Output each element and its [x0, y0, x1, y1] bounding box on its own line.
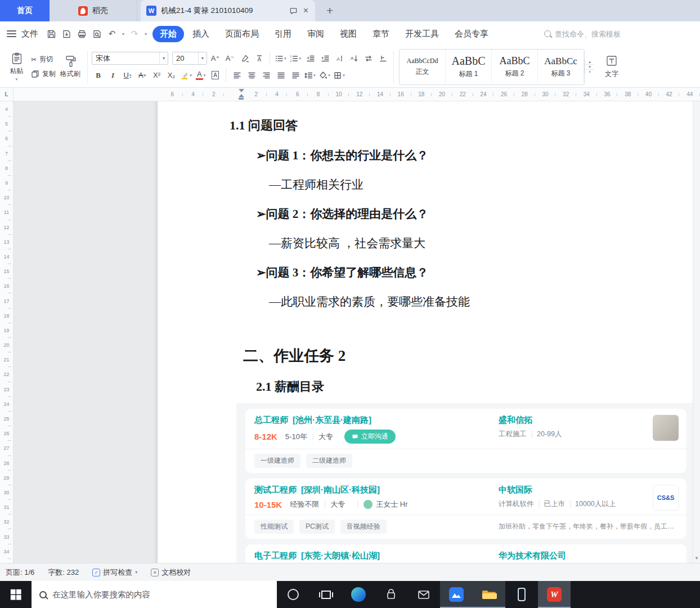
- style-preset[interactable]: AaBbC标题 2: [492, 50, 538, 84]
- justify-button[interactable]: [274, 69, 287, 82]
- sort-button[interactable]: A: [347, 52, 360, 65]
- font-name-select[interactable]: 宋体 ▾: [92, 52, 168, 65]
- decrease-font-button[interactable]: A⁻: [223, 52, 236, 65]
- menu-item[interactable]: 会员专享: [447, 26, 496, 42]
- bullet-list-button[interactable]: ▾: [274, 52, 287, 65]
- font-paragraph-groups: 宋体 ▾ 20 ▾ A⁺ A⁻ A ▾ 12▾ A A: [92, 52, 389, 82]
- char-border-button[interactable]: A: [209, 69, 222, 82]
- taskbar-search[interactable]: [32, 581, 277, 608]
- style-gallery-more-icon[interactable]: ≡: [585, 70, 594, 74]
- increase-font-button[interactable]: A⁺: [209, 52, 222, 65]
- spellcheck-button[interactable]: ✓ 拼写检查 ▾: [92, 567, 137, 578]
- style-scroll-up-icon[interactable]: ▴: [585, 60, 594, 65]
- phonetic-guide-button[interactable]: A: [253, 52, 266, 65]
- align-left-button[interactable]: [230, 69, 243, 82]
- decrease-indent-button[interactable]: [303, 52, 316, 65]
- quick-access-more-icon[interactable]: ▾: [145, 32, 147, 37]
- text-tool-button[interactable]: 文字: [599, 48, 625, 86]
- line-spacing-button[interactable]: ▾: [303, 69, 316, 82]
- subscript-button[interactable]: X₂: [165, 69, 178, 82]
- highlight-button[interactable]: ▾: [180, 69, 192, 82]
- paste-button[interactable]: 粘贴 ▾: [3, 48, 30, 86]
- command-search[interactable]: [544, 30, 645, 38]
- numbered-list-button[interactable]: 12▾: [289, 52, 302, 65]
- format-painter-button[interactable]: 格式刷: [57, 48, 83, 86]
- menu-item[interactable]: 章节: [365, 26, 397, 42]
- edge-taskbar-button[interactable]: [342, 581, 375, 608]
- window-tab-bar: 首页 稻壳 W 机械21-4 黄禄 2101010409 × +: [0, 0, 700, 21]
- style-preset[interactable]: AaBbCcDd正文: [400, 50, 446, 84]
- proofread-button[interactable]: × 文档校对: [151, 567, 191, 578]
- file-explorer-taskbar-button[interactable]: [473, 581, 505, 608]
- distribute-button[interactable]: [289, 69, 302, 82]
- main-menu-icon[interactable]: [7, 30, 16, 37]
- ruler-number: 33: [0, 529, 13, 544]
- menu-item[interactable]: 开发工具: [398, 26, 446, 42]
- save-icon[interactable]: [46, 28, 56, 40]
- menu-item[interactable]: 插入: [185, 26, 217, 42]
- italic-button[interactable]: I: [106, 69, 119, 82]
- blue-app-taskbar-button[interactable]: [440, 581, 473, 608]
- style-scroll-down-icon[interactable]: ▾: [585, 65, 594, 70]
- tab-stop-button[interactable]: [376, 52, 389, 65]
- asian-layout-button[interactable]: A: [333, 52, 345, 65]
- hr-contact: 王女士 Hr: [357, 499, 407, 509]
- undo-dropdown-icon[interactable]: ▾: [122, 32, 124, 37]
- docer-tab[interactable]: 稻壳: [50, 0, 137, 21]
- embedded-job-screenshot[interactable]: 总工程师 [池州·东至县·建南路] 8-12K 5-10年大专 立即沟通 盛和信…: [236, 403, 695, 563]
- print-icon[interactable]: [77, 28, 87, 40]
- menu-item[interactable]: 视图: [333, 26, 364, 42]
- export-icon[interactable]: [61, 28, 71, 40]
- font-color-button[interactable]: A▾: [194, 69, 207, 82]
- style-preset[interactable]: AaBbC标题 1: [446, 50, 492, 84]
- borders-button[interactable]: ▾: [333, 69, 345, 82]
- wps-taskbar-button[interactable]: W: [538, 581, 571, 608]
- close-tab-icon[interactable]: ×: [302, 6, 309, 15]
- document-tab[interactable]: W 机械21-4 黄禄 2101010409 ×: [141, 0, 315, 21]
- menu-item[interactable]: 审阅: [300, 26, 331, 42]
- clear-format-button[interactable]: [238, 52, 251, 65]
- home-tab[interactable]: 首页: [0, 0, 50, 21]
- ruler-number: 4: [183, 88, 204, 101]
- highlight-icon: [180, 71, 189, 80]
- scroll-down-icon[interactable]: ▾: [695, 555, 698, 561]
- tab-selector[interactable]: L: [0, 88, 14, 101]
- cut-button[interactable]: ✂ 剪切: [31, 55, 56, 64]
- mail-taskbar-button[interactable]: [407, 581, 440, 608]
- strikethrough-button[interactable]: A▾: [136, 69, 149, 82]
- taskbar-search-input[interactable]: [52, 590, 269, 599]
- superscript-button[interactable]: X²: [150, 69, 163, 82]
- store-taskbar-button[interactable]: [375, 581, 407, 608]
- menu-item[interactable]: 页面布局: [218, 26, 266, 42]
- horizontal-ruler[interactable]: L 642 2468101214161820222426283032343638…: [0, 88, 700, 101]
- file-menu[interactable]: 文件: [21, 29, 38, 39]
- comment-bubble-icon[interactable]: [289, 7, 298, 15]
- menu-item[interactable]: 引用: [267, 26, 299, 42]
- align-center-button[interactable]: [245, 69, 258, 82]
- style-preset[interactable]: AaBbCc标题 3: [538, 50, 584, 84]
- task-view-button[interactable]: [309, 581, 342, 608]
- increase-indent-button[interactable]: [318, 52, 331, 65]
- bold-button[interactable]: B: [92, 69, 105, 82]
- menu-item[interactable]: 开始: [152, 26, 184, 42]
- command-search-input[interactable]: [555, 30, 645, 38]
- start-button[interactable]: [0, 581, 32, 608]
- wps-writer-icon: W: [146, 6, 156, 16]
- undo-icon[interactable]: ↶: [107, 28, 117, 40]
- font-size-select[interactable]: 20 ▾: [172, 52, 207, 65]
- new-tab-button[interactable]: +: [326, 0, 333, 21]
- underline-button[interactable]: U▾: [121, 69, 134, 82]
- text-direction-button[interactable]: [362, 52, 375, 65]
- print-preview-icon[interactable]: [92, 28, 102, 40]
- your-phone-taskbar-button[interactable]: [505, 581, 538, 608]
- align-right-button[interactable]: [259, 69, 272, 82]
- shading-button[interactable]: ▾: [318, 69, 331, 82]
- copy-button[interactable]: 复制: [31, 69, 56, 79]
- job-title: 电子工程师: [254, 551, 297, 561]
- redo-icon[interactable]: ↷: [129, 28, 140, 40]
- document-page[interactable]: 1.1 问题回答 ➢问题 1：你想去的行业是什么？ —工程师相关行业 ➢问题 2…: [158, 101, 700, 563]
- cortana-button[interactable]: [277, 581, 309, 608]
- vertical-scrollbar[interactable]: ▾: [693, 101, 700, 563]
- svg-text:2: 2: [290, 59, 292, 62]
- indent-marker[interactable]: [238, 89, 244, 100]
